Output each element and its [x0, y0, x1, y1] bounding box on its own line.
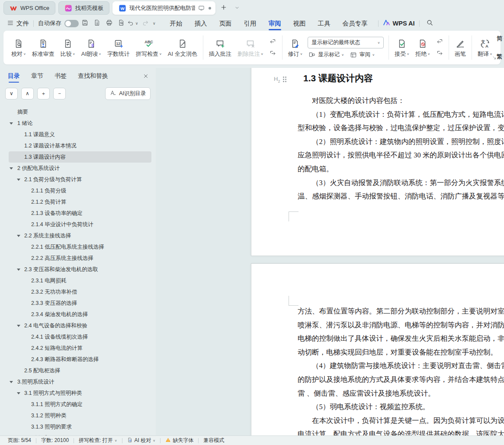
toc-item[interactable]: 3.1.2 照明种类 — [9, 410, 151, 421]
next-comment-icon[interactable] — [269, 50, 277, 58]
file-menu-button[interactable]: 文件 — [7, 19, 29, 28]
toc-item[interactable]: 2.1.2 负荷计算 — [9, 196, 151, 208]
toc-item[interactable]: 3.1.1 照明方式的确定 — [9, 399, 151, 410]
document-text-line[interactable]: 温、感烟探测器、手动报警按钮、消防电话、消防广播及复视器等的 — [298, 189, 504, 203]
sidebar-tab-章节[interactable]: 章节 — [31, 68, 43, 84]
document-text-line[interactable]: （3）火灾自动报警及消防联动系统：第一部分为火灾报警系统， — [298, 176, 504, 190]
track-changes-button[interactable]: 修订∨ — [286, 37, 305, 58]
show-markup-button[interactable]: 显示标记∨ — [308, 51, 344, 59]
caret-down-icon[interactable] — [10, 122, 13, 125]
document-text-line[interactable]: 电梯的控制做出了具体设计，确保发生火灾后相关水泵能启动，非消 — [298, 332, 504, 346]
expand-all-button[interactable]: ∧ — [21, 88, 34, 99]
undo-button[interactable]: ∨ — [128, 18, 139, 29]
caret-down-icon[interactable] — [17, 325, 20, 327]
toc-item[interactable]: 3.1 照明方式与照明种类 — [9, 387, 151, 399]
toc-item[interactable]: 摘要 — [9, 106, 151, 118]
menu-tab-会员专享[interactable]: 会员专享 — [337, 16, 374, 31]
sidebar-tab-书签[interactable]: 书签 — [55, 68, 67, 84]
document-canvas[interactable]: H2 1.3 课题设计内容 对医院大楼的设计内容包括：（1）变配电系统设计：负荷… — [156, 68, 504, 435]
toc-item[interactable]: 2.4.2 短路电流的计算 — [9, 343, 151, 354]
new-tab-button[interactable] — [218, 3, 229, 13]
caret-down-icon[interactable] — [17, 392, 20, 394]
document-text-line[interactable]: 对医院大楼的设计内容包括： — [298, 94, 504, 108]
browser-tab-1[interactable]: WPS Office — [3, 1, 55, 15]
menu-tab-插入[interactable]: 插入 — [189, 16, 213, 31]
toc-item[interactable]: 2.4 电气设备的选择和校验 — [9, 320, 151, 331]
ribbon-expand-icon[interactable] — [492, 54, 497, 62]
ai-polish-button[interactable]: AI 全文润色 — [165, 37, 200, 58]
toc-item[interactable]: 2.3 变压器和柴油发电机的选取 — [9, 264, 151, 275]
print-button[interactable] — [103, 18, 115, 29]
ai-recognize-toc-button[interactable]: AI识别目录 — [105, 87, 151, 100]
toc-item[interactable]: 2.4.3 断路器和熔断器的选择 — [9, 354, 151, 365]
spell-check-button[interactable]: ABC拼写检查∨ — [133, 37, 164, 58]
toc-item[interactable]: 2.2.1 低压配电系统主接线选择 — [9, 241, 151, 253]
document-text-line[interactable]: 在本次设计中，负荷计算是关键一点。因为负荷计算可以为设备 — [298, 414, 504, 428]
caret-down-icon[interactable] — [17, 269, 20, 271]
spellcheck-indicator[interactable]: 拼写检查: 打开∨ — [79, 437, 117, 444]
document-text-line[interactable]: 雷 、侧击雷、感应雷设计及接地系统设计。 — [298, 387, 504, 400]
caret-down-icon[interactable] — [17, 179, 20, 181]
ai-read-button[interactable]: AI朗读∨ — [79, 37, 104, 58]
toc-item[interactable]: 1 绪论 — [9, 118, 151, 129]
document-page-2[interactable]: 方法、布置位置等内容。第二部分为联动控制部分，主要说明对室内喷淋泵、潜污泵以及非… — [251, 263, 504, 435]
document-text-line[interactable]: 型和校验，设备选择与校验，过电流保护整定，过压保护设置，变配 — [298, 121, 504, 135]
sidebar-tab-查找和替换[interactable]: 查找和替换 — [78, 68, 108, 84]
caret-down-icon[interactable] — [10, 381, 13, 383]
toc-item[interactable]: 2.1.4 毕业设计中负荷统计 — [9, 219, 151, 230]
toc-item[interactable]: 2.3.2 无功功率补偿 — [9, 286, 151, 298]
toc-item[interactable]: 1.2 课题设计基本情况 — [9, 140, 151, 151]
quickbar-chevron-icon[interactable]: ∨ — [153, 21, 156, 26]
document-text-line[interactable]: 的防护以及接地系统的方式及具体要求等内容，并结合本建筑特点， — [298, 373, 504, 387]
document-text-line[interactable]: 电流计算，配电方式及电气设备的选型提供基础的数据。该医院大楼 — [298, 427, 504, 435]
document-text-line[interactable]: （1）变配电系统设计：负荷计算，低压配电方式，短路电流计算 — [298, 108, 504, 122]
toc-item[interactable]: 3.1.3 照明的要求 — [9, 421, 151, 432]
menu-tab-审阅[interactable]: 审阅 — [263, 16, 287, 31]
document-text-line[interactable]: （4）建筑物防雷与接地系统设计：主要说明对直击雷、侧击雷、 — [298, 359, 504, 373]
missing-font-warning[interactable]: 缺失字体 — [165, 437, 193, 444]
document-page-1[interactable]: H2 1.3 课题设计内容 对医院大楼的设计内容包括：（1）变配电系统设计：负荷… — [251, 68, 504, 256]
reject-change-button[interactable]: 拒绝∨ — [413, 37, 433, 58]
caret-down-icon[interactable] — [17, 235, 20, 237]
accept-change-button[interactable]: 接受∨ — [392, 37, 412, 58]
export-button[interactable] — [91, 18, 103, 29]
zoom-in-level-button[interactable]: ＋ — [37, 88, 50, 99]
markup-state-dropdown[interactable]: 显示标记的最终状态∨ — [308, 37, 384, 48]
browser-tab-3[interactable]: W现代化医院照明供配电防雷及 — [112, 1, 215, 15]
toc-item[interactable]: 3.照明系统设计 — [9, 376, 151, 387]
save-button[interactable] — [79, 18, 90, 29]
wps-ai-button[interactable]: WPS AI — [383, 19, 415, 28]
previous-comment-icon[interactable] — [269, 38, 277, 46]
heading-level-chip[interactable]: H2 — [274, 76, 286, 83]
ai-proofread-indicator[interactable]: AI 校对∨ — [127, 437, 156, 444]
traditional-to-simplified-button[interactable]: 繁→转简 — [497, 49, 504, 64]
toc-item[interactable]: 2.3.3 变压器的选择 — [9, 298, 151, 309]
search-button[interactable] — [424, 18, 436, 29]
toc-item[interactable]: 1.1 课题意义 — [9, 129, 151, 140]
zoom-out-level-button[interactable]: － — [53, 88, 66, 99]
menu-tab-视图[interactable]: 视图 — [287, 16, 312, 31]
document-text-line[interactable]: 动切断，电梯实现回归地层，对重要设备能在控制室手动控制。 — [298, 346, 504, 359]
sidebar-close-button[interactable] — [140, 70, 151, 82]
previous-change-icon[interactable] — [435, 38, 444, 46]
ink-pen-button[interactable]: 画笔 — [452, 37, 469, 58]
sidebar-tab-目录[interactable]: 目录 — [8, 68, 20, 84]
document-text-line[interactable]: 方法、布置位置等内容。第二部分为联动控制部分，主要说明对室内 — [298, 304, 504, 318]
insert-comment-button[interactable]: 插入批注 — [206, 37, 234, 58]
toc-item[interactable]: 2.5 配电柜选择 — [9, 365, 151, 376]
caret-down-icon[interactable] — [10, 167, 13, 170]
simplified-to-traditional-button[interactable]: 简→转繁 — [497, 31, 504, 46]
document-text-line[interactable]: （5）弱电系统设计：视频监控系统。 — [298, 400, 504, 414]
toc-item[interactable]: 2.1.1 负荷分级 — [9, 185, 151, 196]
menu-tab-开始[interactable]: 开始 — [164, 16, 189, 31]
toc-item[interactable]: 2.1.3 设备功率的确定 — [9, 208, 151, 219]
menu-tab-工具[interactable]: 工具 — [312, 16, 337, 31]
next-change-icon[interactable] — [435, 50, 444, 58]
window-icon[interactable] — [198, 5, 205, 11]
toc-item[interactable]: 2 供配电系统设计 — [9, 163, 151, 174]
compare-button[interactable]: 比较∨ — [58, 37, 78, 58]
document-text-line[interactable]: （2）照明系统设计：建筑物内的照明设置，照明控制，照度计算 — [298, 135, 504, 149]
review-pane-button[interactable]: 审阅∨ — [349, 51, 375, 59]
menu-tab-引用[interactable]: 引用 — [238, 16, 263, 31]
browser-tab-2[interactable]: 找稻壳模板 — [58, 1, 109, 15]
